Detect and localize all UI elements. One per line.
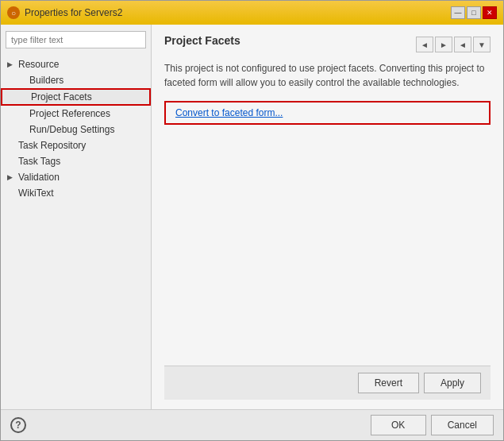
sidebar-item-label: Task Tags <box>18 156 148 167</box>
footer-right: OK Cancel <box>371 415 494 435</box>
minimize-button[interactable]: — <box>451 6 465 19</box>
revert-button[interactable]: Revert <box>358 373 419 393</box>
ok-button[interactable]: OK <box>371 415 426 435</box>
window-title: Properties for Servers2 <box>25 7 122 18</box>
window-icon: ○ <box>7 6 20 19</box>
dropdown-button[interactable]: ▼ <box>473 37 491 52</box>
title-bar-controls: — □ ✕ <box>451 6 497 19</box>
sidebar-item-label: Validation <box>18 172 148 183</box>
bottom-action-buttons: Revert Apply <box>164 366 491 400</box>
panel-title: Project Facets <box>164 34 240 47</box>
sidebar-item-resource[interactable]: ▶ Resource <box>1 56 151 72</box>
title-bar-left: ○ Properties for Servers2 <box>7 6 122 19</box>
convert-link-container: Convert to faceted form... <box>164 101 491 125</box>
content-area: ▶ Resource Builders Project Facets Proje… <box>1 25 503 409</box>
sidebar-item-label: Task Repository <box>18 140 148 151</box>
apply-button[interactable]: Apply <box>424 373 481 393</box>
sidebar-item-wikitext[interactable]: WikiText <box>1 185 151 201</box>
cancel-button[interactable]: Cancel <box>431 415 494 435</box>
sidebar-item-task-tags[interactable]: Task Tags <box>1 153 151 169</box>
expand-arrow: ▶ <box>7 173 17 181</box>
toolbar-row: Project Facets ◄ ► ◄ ▼ <box>164 34 491 55</box>
sidebar-item-validation[interactable]: ▶ Validation <box>1 169 151 185</box>
sidebar-item-label: Resource <box>18 59 148 70</box>
sidebar-item-label: Project References <box>29 108 148 119</box>
sidebar-item-label: WikiText <box>18 188 148 199</box>
convert-link[interactable]: Convert to faceted form... <box>175 107 283 118</box>
maximize-button[interactable]: □ <box>467 6 481 19</box>
sidebar-item-label: Builders <box>29 75 148 86</box>
title-bar: ○ Properties for Servers2 — □ ✕ <box>1 1 503 25</box>
sidebar-item-label: Run/Debug Settings <box>29 124 148 135</box>
sidebar-item-project-facets[interactable]: Project Facets <box>1 88 151 106</box>
sidebar-item-label: Project Facets <box>31 91 146 103</box>
help-icon[interactable]: ? <box>10 417 26 433</box>
expand-arrow: ▶ <box>7 60 17 68</box>
sidebar-item-builders[interactable]: Builders <box>1 72 151 88</box>
main-window: ○ Properties for Servers2 — □ ✕ ▶ Resour… <box>0 0 504 441</box>
toolbar-nav: ◄ ► ◄ ▼ <box>416 37 491 52</box>
sidebar-item-task-repository[interactable]: Task Repository <box>1 137 151 153</box>
footer-bar: ? OK Cancel <box>1 409 503 440</box>
sidebar: ▶ Resource Builders Project Facets Proje… <box>1 25 152 409</box>
panel-description: This project is not configured to use pr… <box>164 61 491 90</box>
filter-input[interactable] <box>6 31 146 48</box>
sidebar-item-project-references[interactable]: Project References <box>1 106 151 122</box>
back-alt-button[interactable]: ◄ <box>454 37 471 52</box>
back-button[interactable]: ◄ <box>416 37 433 52</box>
tree-area: ▶ Resource Builders Project Facets Proje… <box>1 55 151 409</box>
close-button[interactable]: ✕ <box>483 6 497 19</box>
sidebar-item-run-debug-settings[interactable]: Run/Debug Settings <box>1 122 151 137</box>
forward-button[interactable]: ► <box>435 37 452 52</box>
main-panel: Project Facets ◄ ► ◄ ▼ This project is n… <box>152 25 503 409</box>
